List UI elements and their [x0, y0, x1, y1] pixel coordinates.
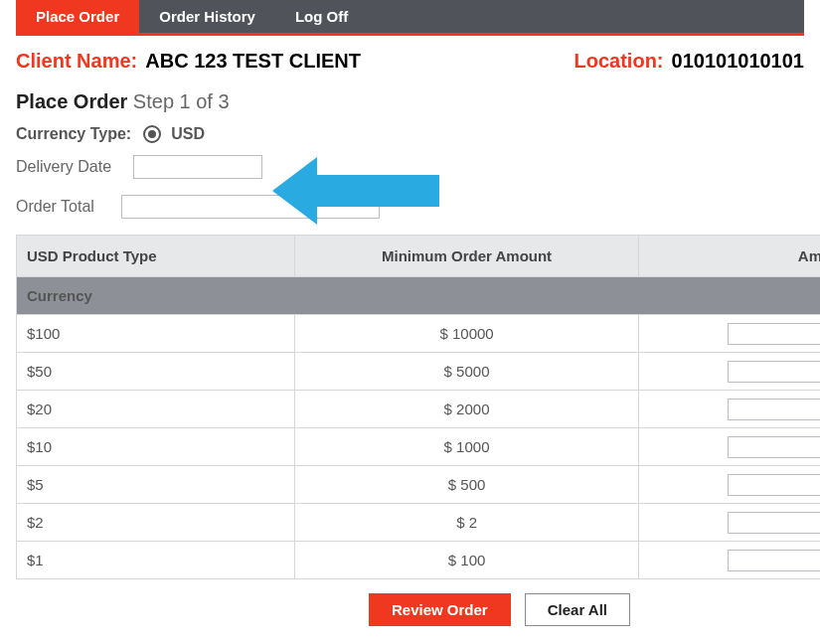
location-label: Location: — [574, 50, 664, 73]
table-row: $20 $ 2000 — [17, 391, 821, 428]
amount-input[interactable] — [728, 474, 820, 496]
nav-divider — [16, 33, 804, 36]
amount-input[interactable] — [728, 323, 820, 345]
cell-product: $20 — [17, 391, 295, 428]
page-step: Step 1 of 3 — [133, 90, 230, 112]
currency-row: Currency Type: USD — [16, 125, 820, 143]
product-table: USD Product Type Minimum Order Amount Am… — [16, 235, 820, 579]
nav-log-off[interactable]: Log Off — [275, 0, 368, 33]
order-total-row: Order Total — [16, 195, 820, 219]
button-row: Review Order Clear All — [179, 593, 820, 626]
page-title: Place Order — [16, 90, 127, 112]
amount-input[interactable] — [728, 361, 820, 383]
cell-product: $2 — [17, 504, 295, 542]
table-subheader: Currency — [17, 277, 821, 315]
cell-min: $ 5000 — [295, 353, 638, 391]
review-order-button[interactable]: Review Order — [369, 593, 511, 626]
col-product-type: USD Product Type — [17, 236, 295, 277]
cell-min: $ 1000 — [295, 428, 638, 466]
location-value: 010101010101 — [672, 50, 804, 73]
cell-product: $100 — [17, 315, 295, 353]
radio-dot-icon — [148, 130, 156, 138]
nav-place-order[interactable]: Place Order — [16, 0, 139, 33]
cell-product: $10 — [17, 428, 295, 466]
cell-product: $50 — [17, 353, 295, 391]
cell-min: $ 100 — [295, 542, 638, 579]
order-total-input[interactable] — [121, 195, 380, 219]
cell-min: $ 10000 — [295, 315, 638, 353]
cell-min: $ 2 — [295, 504, 638, 542]
page-heading: Place Order Step 1 of 3 — [16, 90, 820, 113]
table-row: $10 $ 1000 — [17, 428, 821, 466]
order-total-label: Order Total — [16, 198, 121, 216]
table-row: $1 $ 100 — [17, 542, 821, 579]
navbar: Place Order Order History Log Off — [16, 0, 804, 33]
currency-radio-usd[interactable] — [143, 125, 161, 143]
cell-min: $ 2000 — [295, 391, 638, 428]
nav-order-history[interactable]: Order History — [139, 0, 275, 33]
amount-input[interactable] — [728, 436, 820, 458]
cell-product: $5 — [17, 466, 295, 504]
delivery-date-row: Delivery Date — [16, 155, 820, 179]
col-min-order: Minimum Order Amount — [295, 236, 638, 277]
client-name-value: ABC 123 TEST CLIENT — [145, 50, 361, 73]
client-row: Client Name: ABC 123 TEST CLIENT Locatio… — [16, 50, 804, 73]
table-row: $5 $ 500 — [17, 466, 821, 504]
table-row: $2 $ 2 — [17, 504, 821, 542]
cell-min: $ 500 — [295, 466, 638, 504]
client-name-label: Client Name: — [16, 50, 137, 73]
clear-all-button[interactable]: Clear All — [525, 593, 630, 626]
col-amount: Am — [638, 236, 820, 277]
amount-input[interactable] — [728, 512, 820, 534]
amount-input[interactable] — [728, 399, 820, 420]
delivery-date-label: Delivery Date — [16, 158, 133, 176]
table-row: $100 $ 10000 — [17, 315, 821, 353]
amount-input[interactable] — [728, 550, 820, 571]
cell-product: $1 — [17, 542, 295, 579]
table-row: $50 $ 5000 — [17, 353, 821, 391]
currency-type-label: Currency Type: — [16, 125, 131, 143]
currency-code: USD — [171, 125, 205, 143]
delivery-date-input[interactable] — [133, 155, 262, 179]
